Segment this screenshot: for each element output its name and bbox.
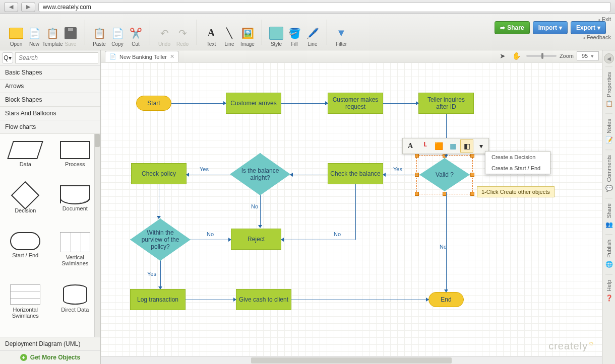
- connector[interactable]: [171, 103, 226, 104]
- cut-button[interactable]: ✂️Cut: [127, 18, 145, 47]
- connector[interactable]: [160, 261, 161, 289]
- category-block-shapes[interactable]: Block Shapes: [0, 93, 100, 107]
- export-button[interactable]: Export▾: [571, 21, 606, 34]
- category-deployment-uml[interactable]: Deployment Diagram (UML): [0, 337, 100, 350]
- save-button[interactable]: Save: [61, 18, 80, 47]
- connector[interactable]: [187, 175, 230, 175]
- shape-decision[interactable]: Decision: [2, 183, 49, 227]
- shape-document[interactable]: Document: [52, 183, 99, 227]
- import-button[interactable]: Import▾: [533, 21, 568, 34]
- feedback-link[interactable]: Feedback: [583, 34, 611, 40]
- connector[interactable]: [260, 195, 261, 228]
- collapse-handle[interactable]: ◀: [604, 53, 614, 63]
- shape-data[interactable]: Data: [2, 139, 49, 180]
- image-tool[interactable]: 🖼️Image: [238, 18, 257, 47]
- category-arrows[interactable]: Arrows: [0, 80, 100, 93]
- menu-create-decision[interactable]: Create a Decision: [485, 152, 550, 163]
- connector[interactable]: [383, 175, 418, 175]
- edge-label-no: No: [440, 244, 447, 250]
- edge-label-no: No: [251, 203, 258, 209]
- shape-direct-data[interactable]: Direct Data: [52, 282, 99, 332]
- node-reject[interactable]: Reject: [231, 229, 281, 250]
- notes-icon: 📝: [605, 136, 612, 143]
- node-customer-makes[interactable]: Customer makes request: [328, 93, 383, 114]
- connector[interactable]: [291, 300, 428, 300]
- paste-button[interactable]: 📋Paste: [90, 18, 108, 47]
- zoom-value[interactable]: 95▾: [577, 51, 599, 60]
- copy-button[interactable]: 📄Copy: [108, 18, 127, 47]
- connector[interactable]: [383, 103, 418, 104]
- node-give-cash[interactable]: Give cash to client: [236, 289, 291, 310]
- close-tab-icon[interactable]: ✕: [170, 53, 174, 60]
- connector[interactable]: [159, 184, 159, 219]
- ctx-connector-icon[interactable]: ┖: [418, 139, 431, 153]
- tooltip: 1-Click Create other objects: [477, 186, 555, 197]
- node-within-policy[interactable]: Within the purview of the policy?: [130, 219, 191, 261]
- url-input[interactable]: www.creately.com: [38, 2, 611, 12]
- shape-horizontal-swimlanes[interactable]: Horizontal Swimlanes: [2, 282, 49, 332]
- undo-button[interactable]: ↶Undo: [155, 18, 173, 47]
- redo-button[interactable]: ↷Redo: [173, 18, 192, 47]
- edge-label-yes: Yes: [393, 166, 402, 172]
- shape-process[interactable]: Process: [52, 139, 99, 180]
- fill-tool[interactable]: 🪣Fill: [285, 18, 303, 47]
- back-button[interactable]: ◀: [4, 2, 18, 12]
- toolbar: Open 📄New 📋Template Save 📋Paste 📄Copy ✂️…: [0, 14, 615, 50]
- connector[interactable]: [281, 240, 355, 240]
- connector[interactable]: [290, 175, 328, 175]
- node-log-transaction[interactable]: Log transaction: [130, 289, 186, 310]
- category-flow-charts[interactable]: Flow charts: [0, 120, 100, 134]
- search-input[interactable]: [15, 52, 98, 63]
- connector[interactable]: [355, 184, 356, 240]
- ctx-text-icon[interactable]: A: [404, 139, 417, 153]
- get-more-objects[interactable]: +Get More Objects: [0, 350, 100, 364]
- connector[interactable]: [186, 300, 236, 300]
- node-check-policy[interactable]: Check policy: [131, 163, 187, 184]
- line-style-tool[interactable]: 🖊️Line: [303, 18, 322, 47]
- filter-tool[interactable]: ▼Filter: [332, 18, 350, 47]
- zoom-label: Zoom: [560, 53, 574, 59]
- menu-create-startend[interactable]: Create a Start / End: [485, 163, 550, 174]
- forward-button[interactable]: ▶: [21, 2, 35, 12]
- hand-tool[interactable]: ✋: [512, 51, 521, 60]
- connector[interactable]: [446, 192, 447, 292]
- shape-vertical-swimlanes[interactable]: Vertical Swimlanes: [52, 230, 99, 279]
- ctx-layers-icon[interactable]: 🟧: [432, 139, 445, 153]
- search-icon[interactable]: Q▾: [2, 52, 13, 63]
- text-tool[interactable]: AText: [202, 18, 220, 47]
- category-basic-shapes[interactable]: Basic Shapes: [0, 66, 100, 80]
- line-tool[interactable]: ╲Line: [220, 18, 238, 47]
- plus-icon: +: [20, 354, 27, 361]
- document-tab[interactable]: 📄 New Banking Teller ✕: [105, 51, 179, 62]
- ctx-create-icon[interactable]: ◧: [460, 139, 473, 153]
- tab-properties[interactable]: 📋Properties: [605, 66, 612, 112]
- tab-publish[interactable]: 🌐Publish: [605, 234, 612, 273]
- node-check-balance[interactable]: Check the balance: [328, 163, 383, 184]
- shape-scrollbar[interactable]: [94, 134, 100, 337]
- style-tool[interactable]: Style: [267, 18, 285, 47]
- pointer-tool[interactable]: ➤: [498, 51, 507, 60]
- context-toolbar: A ┖ 🟧 ▦ ◧ ▾: [402, 138, 489, 154]
- canvas[interactable]: Start Customer arrives Customer makes re…: [101, 62, 602, 356]
- horizontal-scrollbar[interactable]: [101, 356, 602, 364]
- node-is-balance[interactable]: Is the balance alright?: [230, 153, 290, 195]
- template-button[interactable]: 📋Template: [43, 18, 61, 47]
- category-stars-balloons[interactable]: Stars And Balloons: [0, 107, 100, 120]
- tab-share[interactable]: 👥Share: [605, 198, 612, 233]
- shape-start-end[interactable]: Start / End: [2, 230, 49, 279]
- tab-comments[interactable]: 💬Comments: [605, 150, 612, 197]
- open-button[interactable]: Open: [7, 18, 25, 47]
- ctx-table-icon[interactable]: ▦: [446, 139, 459, 153]
- new-button[interactable]: 📄New: [25, 18, 43, 47]
- edge-label-no: No: [334, 231, 341, 237]
- node-teller-inquires[interactable]: Teller inquires after ID: [418, 93, 474, 114]
- node-customer-arrives[interactable]: Customer arrives: [226, 93, 281, 114]
- connector[interactable]: [281, 103, 328, 104]
- share-button[interactable]: ➦Share: [495, 21, 529, 34]
- tab-help[interactable]: ❓Help: [605, 274, 612, 307]
- tab-notes[interactable]: 📝Notes: [605, 113, 612, 149]
- zoom-slider[interactable]: [526, 55, 557, 57]
- connector[interactable]: [191, 240, 231, 240]
- publish-icon: 🌐: [605, 261, 612, 268]
- node-start[interactable]: Start: [136, 96, 171, 111]
